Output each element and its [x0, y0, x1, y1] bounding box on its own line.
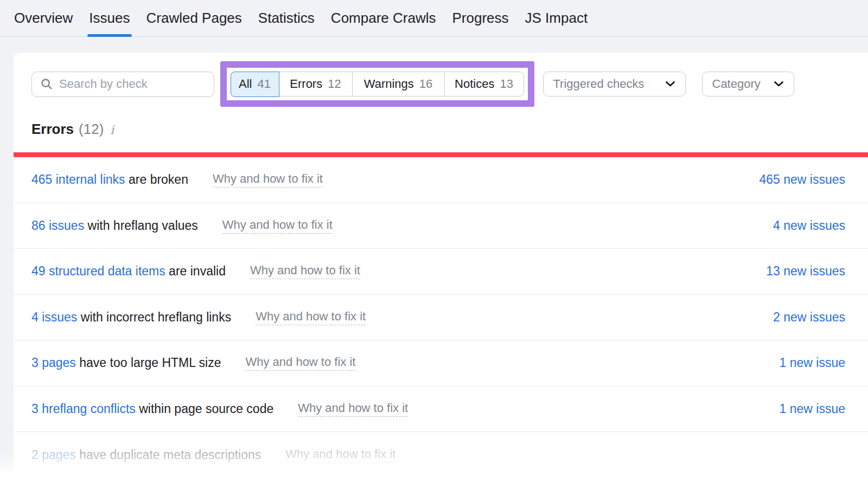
chevron-down-icon	[665, 81, 675, 87]
new-issues-link[interactable]: 4 new issues	[773, 218, 845, 233]
search-input[interactable]	[59, 77, 206, 91]
search-icon	[41, 78, 53, 90]
new-issues-link[interactable]: 1 new issue	[780, 402, 845, 416]
new-issues-link[interactable]: 1 new issue	[780, 356, 845, 370]
tab-statistics[interactable]: Statistics	[258, 0, 315, 36]
issue-description: are invalid	[165, 264, 226, 279]
new-issues-link[interactable]: 13 new issues	[766, 264, 845, 279]
filter-warnings-label: Warnings	[364, 77, 414, 91]
issue-link[interactable]: 3 pages	[31, 356, 76, 370]
triggered-checks-dropdown[interactable]: Triggered checks	[543, 72, 686, 96]
tab-crawled-pages-label: Crawled Pages	[146, 10, 242, 27]
why-how-to-fix-link[interactable]: Why and how to fix it	[245, 355, 355, 371]
filter-all-count: 41	[257, 77, 270, 91]
errors-severity-bar	[14, 152, 868, 157]
tab-compare-crawls[interactable]: Compare Crawls	[331, 0, 436, 36]
new-issues-link[interactable]: 465 new issues	[759, 172, 845, 187]
filter-errors[interactable]: Errors 12	[279, 72, 353, 96]
issue-description: have too large HTML size	[76, 356, 221, 370]
filter-notices-count: 13	[500, 77, 513, 91]
tab-overview[interactable]: Overview	[14, 0, 73, 36]
issue-row: 3 pages have too large HTML size Why and…	[14, 340, 868, 386]
filter-errors-count: 12	[328, 77, 341, 91]
search-by-check-box[interactable]	[31, 72, 214, 97]
chevron-down-icon	[774, 81, 784, 87]
filter-warnings[interactable]: Warnings 16	[353, 72, 445, 96]
issue-link[interactable]: 86 issues	[31, 218, 84, 233]
issue-description: with hreflang values	[84, 218, 198, 233]
tab-issues[interactable]: Issues	[89, 0, 130, 36]
filter-notices-label: Notices	[455, 77, 494, 91]
issues-list: 465 internal links are broken Why and ho…	[14, 157, 868, 477]
new-issues-link[interactable]: 2 new issues	[773, 310, 845, 325]
section-count: (12)	[79, 120, 104, 138]
triggered-checks-label: Triggered checks	[553, 77, 644, 91]
tab-js-impact-label: JS Impact	[525, 10, 588, 27]
tab-issues-label: Issues	[89, 10, 130, 27]
tab-js-impact[interactable]: JS Impact	[525, 0, 588, 36]
issue-link[interactable]: 2 pages	[31, 448, 76, 462]
issue-link[interactable]: 3 hreflang conflicts	[31, 402, 136, 416]
issue-row: 49 structured data items are invalid Why…	[14, 249, 868, 295]
issues-panel: All 41 Errors 12 Warnings 16 Notices 13 …	[14, 53, 868, 477]
issue-description: have duplicate meta descriptions	[76, 448, 261, 462]
issue-description: are broken	[125, 172, 188, 187]
why-how-to-fix-link[interactable]: Why and how to fix it	[213, 172, 323, 188]
issue-link[interactable]: 49 structured data items	[31, 264, 165, 279]
filter-all-label: All	[239, 77, 252, 91]
issue-row: 465 internal links are broken Why and ho…	[14, 157, 868, 203]
filter-all[interactable]: All 41	[231, 72, 279, 97]
issue-description: within page source code	[136, 402, 273, 416]
audit-tab-bar: Overview Issues Crawled Pages Statistics…	[0, 0, 868, 37]
issues-toolbar: All 41 Errors 12 Warnings 16 Notices 13 …	[14, 61, 868, 107]
severity-filter-group: All 41 Errors 12 Warnings 16 Notices 13	[231, 72, 524, 96]
tab-progress-label: Progress	[452, 10, 508, 27]
section-title: Errors	[31, 120, 74, 138]
category-dropdown[interactable]: Category	[702, 72, 794, 96]
tab-progress[interactable]: Progress	[452, 0, 508, 36]
tab-crawled-pages[interactable]: Crawled Pages	[146, 0, 242, 36]
issue-row: 3 hreflang conflicts within page source …	[14, 386, 868, 433]
filter-warnings-count: 16	[419, 77, 432, 91]
issue-description: with incorrect hreflang links	[77, 310, 231, 325]
issue-link[interactable]: 465 internal links	[31, 172, 125, 187]
issue-row: 86 issues with hreflang values Why and h…	[14, 203, 868, 249]
issue-row: 2 pages have duplicate meta descriptions…	[14, 432, 868, 477]
why-how-to-fix-link[interactable]: Why and how to fix it	[256, 310, 366, 325]
errors-section-header: Errors (12) i	[14, 120, 868, 139]
tab-overview-label: Overview	[14, 10, 73, 27]
annotation-highlight-box: All 41 Errors 12 Warnings 16 Notices 13	[220, 61, 534, 107]
why-how-to-fix-link[interactable]: Why and how to fix it	[222, 218, 333, 234]
filter-errors-label: Errors	[290, 77, 322, 91]
why-how-to-fix-link[interactable]: Why and how to fix it	[298, 401, 408, 417]
issue-row: 4 issues with incorrect hreflang links W…	[14, 295, 868, 341]
tab-statistics-label: Statistics	[258, 10, 315, 27]
tab-compare-crawls-label: Compare Crawls	[331, 10, 436, 27]
why-how-to-fix-link[interactable]: Why and how to fix it	[250, 263, 360, 279]
why-how-to-fix-link[interactable]: Why and how to fix it	[285, 447, 395, 463]
category-label: Category	[712, 77, 761, 91]
filter-notices[interactable]: Notices 13	[445, 72, 524, 96]
issue-link[interactable]: 4 issues	[31, 310, 77, 325]
info-icon[interactable]: i	[110, 121, 114, 139]
